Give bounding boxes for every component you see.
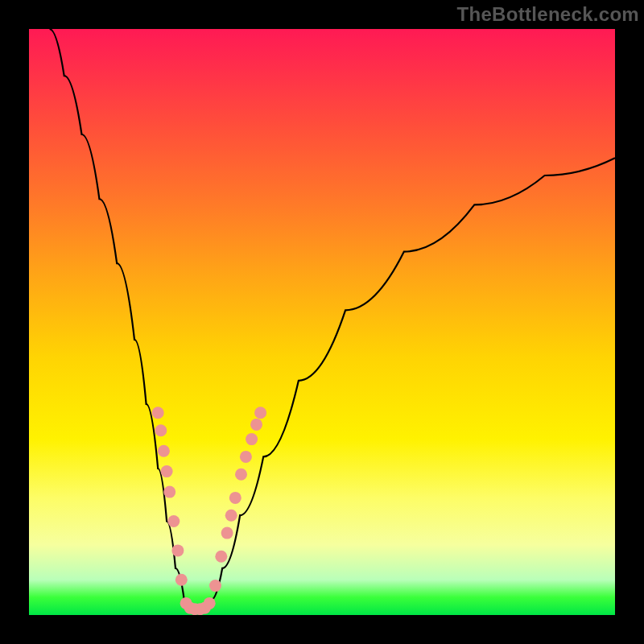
bottleneck-curve: [50, 29, 616, 609]
data-point: [254, 407, 266, 419]
data-point: [215, 551, 227, 563]
data-point: [250, 419, 262, 431]
credit-watermark: TheBottleneck.com: [457, 3, 639, 26]
data-point: [175, 574, 188, 586]
chart-svg: [29, 29, 615, 615]
data-point: [158, 445, 170, 457]
data-point: [163, 486, 175, 498]
data-point: [246, 433, 258, 445]
data-point: [204, 597, 216, 609]
data-point: [167, 515, 180, 527]
data-point: [240, 451, 252, 463]
chart-frame: TheBottleneck.com: [0, 0, 644, 644]
data-point: [225, 510, 237, 522]
data-points: [152, 407, 266, 615]
data-point: [171, 544, 184, 556]
data-point: [161, 465, 173, 477]
data-point: [152, 407, 164, 419]
data-point: [209, 580, 221, 592]
data-point: [235, 469, 247, 481]
data-point: [221, 527, 233, 539]
data-point: [155, 424, 167, 436]
data-point: [229, 492, 242, 504]
